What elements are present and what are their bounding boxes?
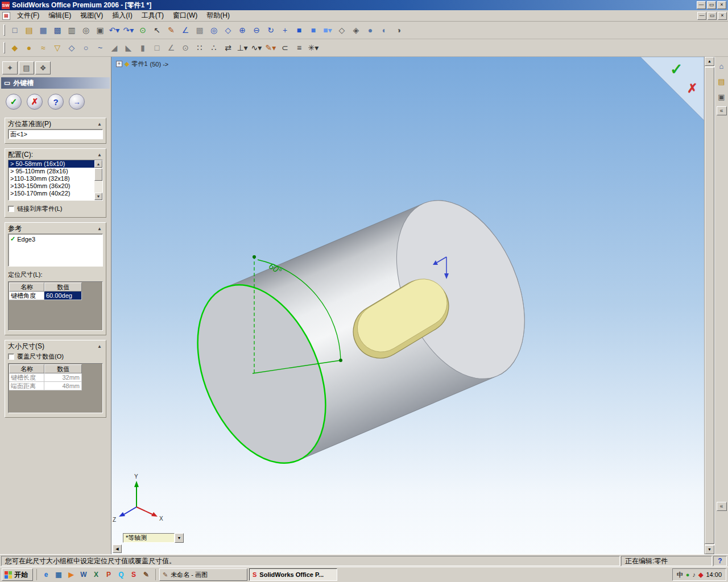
config-option[interactable]: > 50-58mm (16x10) — [9, 160, 94, 168]
config-option[interactable]: >110-130mm (32x18) — [9, 175, 94, 182]
file-explorer-icon[interactable]: ▣ — [716, 91, 727, 102]
volume-icon[interactable]: ♪ — [693, 571, 696, 578]
reference-edge[interactable]: Edge3 — [17, 236, 35, 243]
sketch-entities-icon[interactable]: ✎▾ — [264, 41, 278, 55]
swept-boss-icon[interactable]: ≈ — [36, 41, 50, 55]
config-option[interactable]: >150-170mm (40x22) — [9, 190, 94, 197]
scroll-down-icon[interactable]: ▼ — [94, 193, 102, 200]
hole-wizard-icon[interactable]: ⊙ — [179, 41, 192, 55]
dimension-name-cell[interactable]: 端面距离 — [9, 382, 44, 390]
extruded-cut-icon[interactable]: ◇ — [65, 41, 78, 55]
curves-icon[interactable]: ∿▾ — [250, 41, 263, 55]
convert-entities-icon[interactable]: ⊂ — [278, 41, 292, 55]
menu-item[interactable]: 插入(I) — [107, 10, 136, 21]
rotate-view-icon[interactable]: ↻ — [264, 23, 278, 37]
hidden-lines-icon[interactable]: ◈ — [349, 23, 363, 37]
shell-icon[interactable]: □ — [150, 41, 164, 55]
rib-icon[interactable]: ▮ — [136, 41, 150, 55]
menu-item[interactable]: 帮助(H) — [202, 10, 234, 21]
cancel-button[interactable]: ✗ — [27, 94, 43, 110]
collapse-arrow-icon[interactable]: ▲ — [96, 152, 103, 157]
chamfer-icon[interactable]: ◣ — [122, 41, 135, 55]
solidworks-resources-icon[interactable]: ⌂ — [716, 60, 727, 72]
help-button[interactable]: ? — [48, 94, 64, 110]
taskbar-task-solidworks[interactable]: S SolidWorks Office P... — [249, 568, 337, 581]
offset-entities-icon[interactable]: ≡ — [292, 41, 306, 55]
reference-selection-box[interactable]: ✓ Edge3 — [8, 234, 103, 267]
taskbar-task-paint[interactable]: ✎ 未命名 - 画图 — [159, 568, 247, 581]
shaded-icon[interactable]: ● — [363, 23, 377, 37]
show-desktop-icon[interactable]: ▦ — [53, 569, 64, 580]
dimension-value-cell[interactable]: 60.00deg — [44, 292, 82, 300]
config-option[interactable]: >130-150mm (36x20) — [9, 182, 94, 190]
collapse-taskpane-chevron[interactable]: « — [717, 106, 727, 115]
standard-view-front-icon[interactable]: ■ — [292, 23, 306, 37]
expand-tree-icon[interactable]: + — [116, 61, 122, 67]
child-restore-button[interactable]: ▭ — [708, 12, 717, 20]
dimension-value-cell[interactable]: 48mm — [44, 382, 82, 390]
internet-explorer-icon[interactable]: e — [40, 569, 52, 580]
ok-button[interactable]: ✓ — [6, 94, 22, 110]
viewport-vertical-scrollbar[interactable]: ▲ ▼ — [704, 57, 714, 554]
zoom-area-icon[interactable]: ◇ — [221, 23, 235, 37]
scroll-left-icon[interactable]: ◀ — [113, 544, 122, 553]
dimension-value-cell[interactable]: 32mm — [44, 373, 82, 382]
revolved-cut-icon[interactable]: ○ — [79, 41, 93, 55]
table-header-name[interactable]: 名称 — [9, 282, 44, 292]
shaded-edges-icon[interactable]: ◐ — [378, 23, 391, 37]
table-header-value[interactable]: 数值 — [44, 364, 82, 373]
table-header-name[interactable]: 名称 — [9, 364, 44, 373]
undo-icon[interactable]: ↶▾ — [107, 23, 121, 37]
confirm-cancel-icon[interactable]: ✗ — [687, 81, 697, 95]
restore-button[interactable]: ▭ — [707, 1, 716, 9]
extruded-boss-icon[interactable]: ◆ — [8, 41, 22, 55]
excel-icon[interactable]: X — [90, 569, 102, 580]
scrollbar-thumb[interactable] — [94, 168, 102, 181]
section-view-icon[interactable]: ◑ — [392, 23, 406, 37]
view-orientation-value[interactable]: *等轴测 — [123, 533, 175, 543]
toolbar-grip[interactable] — [3, 42, 5, 53]
zoom-out-icon[interactable]: ⊖ — [250, 23, 263, 37]
menu-item[interactable]: 视图(V) — [76, 10, 107, 21]
sketch-point[interactable] — [253, 255, 256, 259]
new-document-icon[interactable]: □ — [8, 23, 22, 37]
media-player-icon[interactable]: ▶ — [65, 569, 77, 580]
child-close-button[interactable]: × — [718, 12, 727, 20]
view-orientation-selector[interactable]: *等轴测 ▼ — [123, 533, 184, 543]
design-library-icon[interactable]: ▤ — [716, 76, 727, 87]
zoom-in-icon[interactable]: ⊕ — [235, 23, 249, 37]
collapse-taskpane-chevron[interactable]: « — [717, 502, 727, 511]
sketch-relations-icon[interactable]: ✳▾ — [307, 41, 320, 55]
table-header-value[interactable]: 数值 — [44, 282, 82, 292]
standard-view-iso-icon[interactable]: ■ — [307, 23, 320, 37]
reference-geometry-icon[interactable]: ⊥▾ — [235, 41, 249, 55]
collapse-arrow-icon[interactable]: ▲ — [96, 344, 103, 349]
solidworks-tray-icon[interactable]: ◆ — [698, 571, 703, 579]
linear-pattern-icon[interactable]: ∷ — [193, 41, 206, 55]
close-button[interactable]: × — [717, 1, 726, 9]
override-values-checkbox[interactable] — [8, 354, 14, 360]
dimension-name-cell[interactable]: 键槽长度 — [9, 373, 44, 382]
circular-pattern-icon[interactable]: ∴ — [207, 41, 221, 55]
tab-dimxpert[interactable]: ❖ — [35, 61, 51, 74]
save-icon[interactable]: ▦ — [36, 23, 50, 37]
qq-icon[interactable]: Q — [115, 569, 127, 580]
print-preview-icon[interactable]: ◎ — [79, 23, 93, 37]
menu-item[interactable]: 窗口(W) — [168, 10, 202, 21]
draft-icon[interactable]: ∠ — [164, 41, 178, 55]
document-icon[interactable]: ▤ — [2, 12, 10, 20]
dropdown-arrow-icon[interactable]: ▼ — [175, 533, 184, 543]
zoom-to-fit-icon[interactable]: ◎ — [207, 23, 221, 37]
orientation-plane-field[interactable]: 面<1> — [8, 129, 103, 139]
link-library-checkbox[interactable] — [8, 206, 14, 212]
sketch-point[interactable] — [339, 359, 342, 362]
part-name[interactable]: 零件1 — [131, 60, 147, 68]
rebuild-icon[interactable]: ⊙ — [136, 23, 150, 37]
open-icon[interactable]: ▤ — [22, 23, 36, 37]
scroll-down-icon[interactable]: ▼ — [705, 545, 714, 554]
menu-item[interactable]: 文件(F) — [13, 10, 44, 21]
pan-icon[interactable]: + — [278, 23, 292, 37]
lofted-boss-icon[interactable]: ▽ — [51, 41, 64, 55]
word-icon[interactable]: W — [78, 569, 89, 580]
menu-item[interactable]: 编辑(E) — [44, 10, 76, 21]
